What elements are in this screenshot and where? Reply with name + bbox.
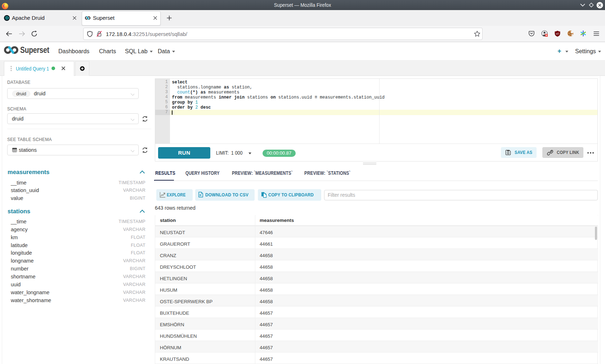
svg-text:uO: uO — [556, 32, 559, 35]
